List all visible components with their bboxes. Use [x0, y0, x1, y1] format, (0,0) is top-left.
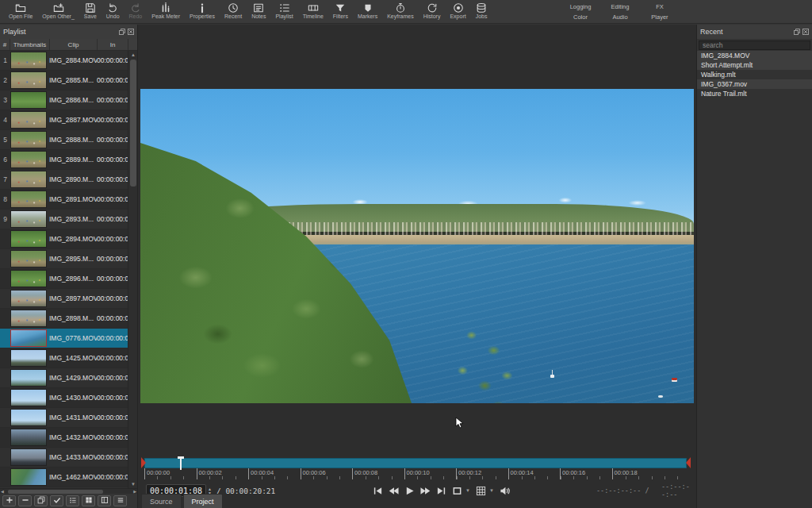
playlist-row[interactable]: 2IMG_2885.M...00:00:00:00: [0, 71, 128, 90]
clip-thumbnail[interactable]: [10, 131, 47, 148]
clip-thumbnail[interactable]: [10, 448, 47, 466]
playlist-row[interactable]: IMG_0776.MOV00:00:00:00: [0, 329, 128, 348]
clip-thumbnail[interactable]: [10, 349, 47, 367]
check-button[interactable]: [50, 495, 63, 506]
playlist-row[interactable]: IMG_2896.M...00:00:00:00: [0, 269, 128, 289]
clip-thumbnail[interactable]: [10, 210, 47, 228]
float-panel-icon[interactable]: [794, 29, 800, 35]
playlist-row[interactable]: 5IMG_2888.M...00:00:00:00: [0, 130, 128, 150]
playlist-row[interactable]: IMG_2895.M...00:00:00:00: [0, 249, 128, 269]
filters-button[interactable]: Filters: [329, 2, 352, 20]
scroll-down-icon[interactable]: ▼: [128, 480, 137, 488]
recent-button[interactable]: Recent: [220, 2, 246, 20]
playlist-row[interactable]: IMG_2894.MOV00:00:00:00: [0, 229, 128, 249]
float-panel-icon[interactable]: [119, 29, 125, 35]
recent-item[interactable]: IMG_2884.MOV: [697, 51, 812, 60]
dropdown-arrow-icon[interactable]: ▼: [465, 488, 470, 493]
fast-forward-button[interactable]: [420, 486, 431, 496]
scroll-right-icon[interactable]: ▶: [133, 489, 136, 494]
playlist-row[interactable]: IMG_1425.MOV00:00:00:00: [0, 348, 128, 368]
scrollbar-thumb[interactable]: [8, 490, 103, 494]
column-header-in[interactable]: In: [98, 39, 128, 50]
playlist-button[interactable]: Playlist: [271, 2, 297, 20]
layout-logging-button[interactable]: Logging: [563, 2, 598, 11]
update-button[interactable]: [34, 495, 48, 506]
tab-source[interactable]: Source: [141, 494, 182, 508]
ruler-scale[interactable]: 00:00:0000:00:0200:00:0400:00:0600:00:08…: [144, 468, 687, 479]
playlist-vertical-scrollbar[interactable]: ▲ ▼: [128, 51, 137, 488]
column-header-clip[interactable]: Clip: [50, 39, 98, 50]
tab-project[interactable]: Project: [183, 494, 223, 508]
clip-thumbnail[interactable]: [10, 369, 47, 387]
clip-thumbnail[interactable]: [10, 91, 47, 109]
jobs-button[interactable]: Jobs: [472, 2, 492, 20]
menu-button[interactable]: [113, 495, 127, 506]
playlist-row[interactable]: IMG_1433.MOV00:00:00:00: [0, 448, 128, 468]
volume-button[interactable]: [500, 486, 510, 496]
layout-audio-button[interactable]: Audio: [603, 13, 638, 21]
view-list-button[interactable]: [66, 495, 79, 506]
keyframes-button[interactable]: Keyframes: [383, 2, 417, 20]
skip-start-button[interactable]: [373, 486, 383, 496]
clip-thumbnail[interactable]: [10, 190, 47, 208]
clip-thumbnail[interactable]: [10, 389, 47, 406]
dropdown-arrow-icon[interactable]: ▼: [489, 488, 494, 493]
scroll-up-icon[interactable]: ▲: [128, 51, 137, 59]
layout-editing-button[interactable]: Editing: [603, 2, 638, 11]
playlist-row[interactable]: IMG_1432.MOV00:00:00:00: [0, 428, 128, 448]
layout-color-button[interactable]: Color: [563, 13, 598, 21]
play-button[interactable]: [404, 486, 415, 496]
playlist-row[interactable]: 9IMG_2893.M...00:00:00:00: [0, 210, 128, 229]
in-out-range-bar[interactable]: [144, 458, 687, 468]
close-panel-icon[interactable]: [128, 29, 134, 35]
clip-thumbnail[interactable]: [10, 230, 47, 248]
recent-search-input[interactable]: [699, 40, 810, 50]
playlist-row[interactable]: IMG_2898.M...00:00:00:00: [0, 309, 128, 329]
layout-fx-button[interactable]: FX: [642, 2, 677, 11]
notes-button[interactable]: Notes: [247, 2, 270, 20]
playlist-row[interactable]: IMG_2897.MOV00:00:00:00: [0, 289, 128, 309]
open-other-button[interactable]: Open Other_: [38, 2, 78, 20]
clip-thumbnail[interactable]: [10, 310, 47, 327]
spin-up-icon[interactable]: ▲: [208, 487, 212, 491]
recent-item[interactable]: Nature Trail.mlt: [697, 89, 812, 98]
grid-button[interactable]: [476, 486, 486, 496]
in-point-marker[interactable]: [141, 457, 146, 468]
playlist-row[interactable]: IMG_1462.MOV00:00:00:00: [0, 468, 128, 487]
playlist-row[interactable]: IMG_1430.MOV00:00:00:00: [0, 388, 128, 408]
export-button[interactable]: Export: [446, 2, 469, 20]
close-panel-icon[interactable]: [802, 29, 809, 35]
playlist-row[interactable]: 3IMG_2886.M...00:00:00:00: [0, 90, 128, 110]
clip-thumbnail[interactable]: [10, 111, 47, 129]
zoom-fit-button[interactable]: [452, 486, 462, 496]
history-button[interactable]: History: [419, 2, 445, 20]
recent-item[interactable]: Short Attempt.mlt: [697, 60, 812, 70]
clip-thumbnail[interactable]: [10, 290, 47, 307]
minus-button[interactable]: [18, 495, 32, 506]
column-header-num[interactable]: #: [0, 39, 10, 50]
clip-thumbnail[interactable]: [10, 270, 47, 287]
properties-button[interactable]: Properties: [186, 2, 219, 20]
recent-item[interactable]: Walking.mlt: [697, 70, 812, 79]
playlist-horizontal-scrollbar[interactable]: ◀ ▶: [0, 488, 137, 494]
playlist-row[interactable]: 1IMG_2884.MOV00:00:00:00: [0, 51, 128, 71]
column-header-thumbnails[interactable]: Thumbnails: [10, 39, 50, 50]
playlist-row[interactable]: IMG_1431.MOV00:00:00:00: [0, 408, 128, 428]
layout-player-button[interactable]: Player: [642, 13, 677, 21]
peak-meter-button[interactable]: Peak Meter: [147, 2, 184, 20]
markers-button[interactable]: Markers: [354, 2, 381, 20]
clip-thumbnail[interactable]: [10, 250, 47, 267]
playlist-row[interactable]: 8IMG_2891.MOV00:00:00:00: [0, 190, 128, 210]
open-file-button[interactable]: Open File: [5, 2, 36, 20]
playlist-row[interactable]: 7IMG_2890.M...00:00:00:00: [0, 170, 128, 190]
playlist-column-headers[interactable]: # Thumbnails Clip In: [0, 39, 137, 51]
out-point-marker[interactable]: [686, 457, 691, 468]
clip-thumbnail[interactable]: [10, 468, 47, 486]
playlist-row[interactable]: IMG_1429.MOV00:00:00:00: [0, 368, 128, 388]
time-ruler[interactable]: 00:00:0000:00:0200:00:0400:00:0600:00:08…: [144, 457, 690, 481]
scrollbar-thumb[interactable]: [130, 60, 136, 187]
clip-thumbnail[interactable]: [10, 151, 47, 168]
skip-end-button[interactable]: [436, 486, 446, 496]
clip-thumbnail[interactable]: [10, 429, 47, 446]
timeline-button[interactable]: Timeline: [299, 2, 327, 20]
